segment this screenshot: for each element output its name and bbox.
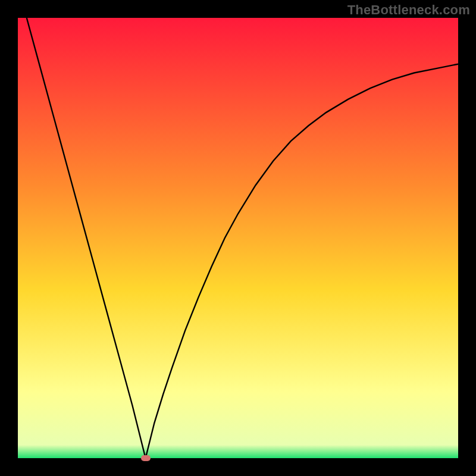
watermark-label: TheBottleneck.com — [347, 2, 470, 18]
minimum-marker — [141, 455, 151, 461]
chart-frame: TheBottleneck.com — [0, 0, 476, 476]
plot-svg — [18, 18, 458, 458]
plot-area — [18, 18, 458, 458]
gradient-background — [18, 18, 458, 458]
